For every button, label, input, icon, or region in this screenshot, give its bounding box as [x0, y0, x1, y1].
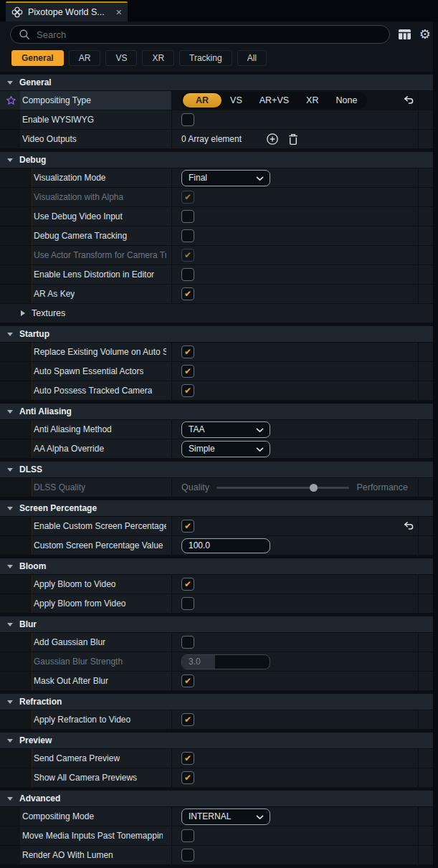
property-value-cell: ✔ — [172, 749, 418, 768]
settings-gear-icon[interactable]: ⚙ — [419, 28, 431, 41]
section-header-refraction[interactable]: Refraction — [0, 694, 438, 710]
property-row-custom-screen-percentage-value: Custom Screen Percentage Value100.0 — [0, 536, 438, 555]
checkbox-render-ao-with-lumen[interactable]: ✔ — [181, 849, 194, 862]
checkbox-mask-out-after-blur[interactable]: ✔ — [181, 674, 194, 687]
property-name-cell: Gaussian Blur Strength — [0, 652, 172, 671]
property-name-cell: Enable Custom Screen Percentage — [0, 517, 172, 535]
property-label: Auto Possess Tracked Camera — [34, 386, 152, 396]
reset-to-default-icon[interactable] — [404, 96, 414, 105]
property-label: Visualization with Alpha — [34, 192, 123, 202]
section-header-debug[interactable]: Debug — [0, 152, 438, 168]
checkbox-send-camera-preview[interactable]: ✔ — [181, 752, 194, 765]
section-header-bloom[interactable]: Bloom — [0, 558, 438, 575]
checkbox-visualization-with-alpha[interactable]: ✔ — [181, 191, 194, 204]
add-element-icon[interactable] — [266, 133, 279, 146]
property-label: Auto Spawn Essential Actors — [34, 366, 143, 376]
section-header-label: Screen Percentage — [19, 503, 97, 513]
section-header-anti-aliasing[interactable]: Anti Aliasing — [0, 404, 438, 420]
property-label: Custom Screen Percentage Value — [34, 540, 163, 550]
property-label: AR As Key — [34, 289, 75, 299]
tab-pixotope-world-settings[interactable]: Pixotope World S... × — [6, 1, 128, 22]
section-header-label: Advanced — [19, 793, 60, 803]
checkbox-move-media-inputs-past-tonemapping[interactable]: ✔ — [181, 829, 194, 842]
section-header-label: Startup — [19, 329, 49, 339]
search-input[interactable]: Search — [10, 25, 390, 44]
filter-button-ar[interactable]: AR — [69, 50, 101, 66]
property-label: Visualization Mode — [34, 173, 106, 183]
checkbox-enable-wysiwyg[interactable]: ✔ — [181, 113, 194, 126]
filter-button-vs[interactable]: VS — [105, 50, 137, 66]
favorite-star-icon[interactable] — [6, 95, 16, 109]
checkbox-auto-spawn-essential-actors[interactable]: ✔ — [181, 365, 194, 378]
property-label: Enable WYSIWYG — [22, 115, 94, 125]
property-row-auto-possess-tracked-camera: Auto Possess Tracked Camera✔ — [0, 381, 438, 401]
slider-dlss-quality[interactable]: QualityPerformance — [181, 482, 418, 492]
section-header-screen-percentage[interactable]: Screen Percentage — [0, 500, 438, 517]
chevron-down-icon — [7, 333, 13, 336]
segment-option-none[interactable]: None — [327, 93, 366, 108]
dropdown-anti-aliasing-method[interactable]: TAA — [181, 421, 270, 438]
checkbox-apply-bloom-from-video[interactable]: ✔ — [181, 597, 194, 610]
column-view-icon[interactable] — [398, 29, 411, 40]
section-header-dlss[interactable]: DLSS — [0, 462, 438, 478]
section-header-general[interactable]: General — [0, 75, 438, 91]
subsection-textures[interactable]: Textures — [0, 304, 438, 323]
section-header-preview[interactable]: Preview — [0, 733, 438, 749]
segment-option-xr[interactable]: XR — [297, 93, 327, 108]
search-placeholder: Search — [37, 29, 66, 40]
segment-option-ar-vs[interactable]: AR+VS — [251, 93, 297, 108]
section-header-label: Blur — [19, 619, 37, 629]
chevron-down-icon — [7, 468, 13, 472]
property-name-cell: Anti Aliasing Method — [0, 420, 172, 439]
chevron-down-icon — [7, 158, 13, 162]
pixotope-world-settings-panel: Pixotope World S... × Search ⚙ GeneralAR… — [0, 0, 438, 868]
checkbox-enable-lens-distortion-in-editor[interactable]: ✔ — [181, 268, 194, 281]
checkbox-add-gaussian-blur[interactable]: ✔ — [181, 636, 194, 649]
tab-close-icon[interactable]: × — [116, 7, 122, 17]
filter-button-all[interactable]: All — [237, 50, 267, 66]
segment-option-vs[interactable]: VS — [222, 93, 251, 108]
clear-array-icon[interactable] — [288, 133, 298, 146]
segment-option-ar[interactable]: AR — [183, 93, 222, 108]
property-value-cell: QualityPerformance — [172, 478, 418, 497]
checkbox-use-actor-transform-for-camera-tr[interactable]: ✔ — [181, 249, 194, 262]
chevron-down-icon — [7, 700, 13, 704]
search-toolbar: Search ⚙ — [0, 22, 438, 47]
input-gaussian-blur-strength[interactable]: 3.0 — [181, 654, 270, 669]
section-header-startup[interactable]: Startup — [0, 326, 438, 343]
dropdown-value: Final — [189, 173, 207, 183]
filter-button-general[interactable]: General — [11, 50, 64, 66]
property-name-cell: Replace Existing Volume on Auto Sp... — [0, 343, 172, 361]
filter-button-tracking[interactable]: Tracking — [179, 50, 232, 66]
section-header-advanced[interactable]: Advanced — [0, 791, 438, 807]
filter-button-xr[interactable]: XR — [142, 50, 174, 66]
property-row-use-debug-video-input: Use Debug Video Input✔ — [0, 207, 438, 226]
input-custom-screen-percentage-value[interactable]: 100.0 — [181, 538, 270, 553]
dropdown-compositing-mode[interactable]: INTERNAL — [181, 809, 270, 825]
property-row-enable-wysiwyg: Enable WYSIWYG✔ — [0, 110, 438, 130]
input-value: 100.0 — [189, 540, 210, 550]
slider-track[interactable] — [216, 487, 350, 489]
checkbox-ar-as-key[interactable]: ✔ — [181, 287, 194, 300]
chevron-down-icon — [7, 739, 13, 743]
segmented-compositing-type: ARVSAR+VSXRNone — [181, 92, 367, 109]
checkbox-enable-custom-screen-percentage[interactable]: ✔ — [181, 520, 194, 533]
checkbox-show-all-camera-previews[interactable]: ✔ — [181, 771, 194, 784]
property-name-cell: AA Alpha Override — [0, 439, 172, 458]
slider-thumb[interactable] — [310, 484, 318, 492]
dropdown-visualization-mode[interactable]: Final — [181, 170, 270, 186]
reset-to-default-icon[interactable] — [404, 522, 414, 531]
checkbox-auto-possess-tracked-camera[interactable]: ✔ — [181, 384, 194, 397]
section-header-blur[interactable]: Blur — [0, 616, 438, 633]
checkbox-apply-bloom-to-video[interactable]: ✔ — [181, 578, 194, 591]
checkbox-replace-existing-volume-on-auto-sp[interactable]: ✔ — [181, 345, 194, 358]
property-name-cell: Custom Screen Percentage Value — [0, 536, 172, 555]
dropdown-value: INTERNAL — [189, 811, 231, 821]
scrollbar[interactable] — [433, 22, 438, 868]
property-row-compositing-type: Compositing TypeARVSAR+VSXRNone — [0, 91, 438, 110]
settings-rows: GeneralCompositing TypeARVSAR+VSXRNoneEn… — [0, 75, 438, 865]
checkbox-debug-camera-tracking[interactable]: ✔ — [181, 229, 194, 242]
checkbox-use-debug-video-input[interactable]: ✔ — [181, 210, 194, 223]
dropdown-aa-alpha-override[interactable]: Simple — [181, 441, 270, 457]
checkbox-apply-refraction-to-video[interactable]: ✔ — [181, 713, 194, 726]
